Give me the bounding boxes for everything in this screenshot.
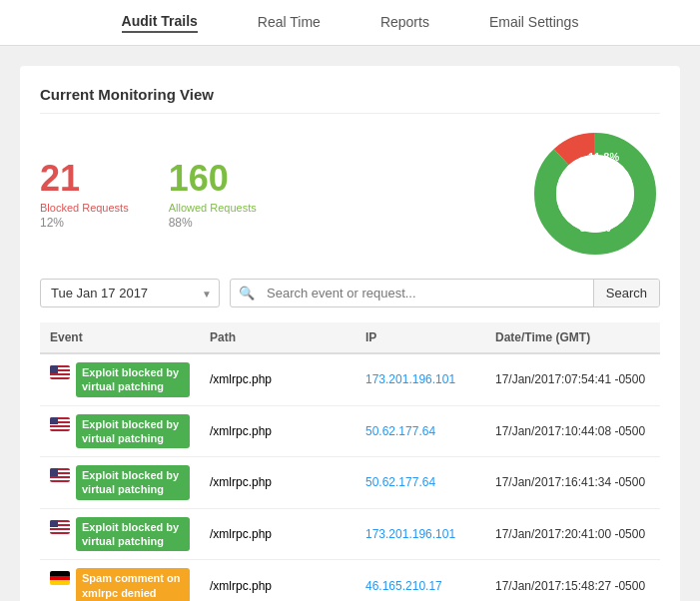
nav-reports[interactable]: Reports — [380, 14, 429, 32]
event-badge: Exploit blocked by virtual patching — [76, 517, 190, 552]
path-cell: /xmlrpc.php — [200, 405, 355, 457]
ip-link[interactable]: 50.62.177.64 — [365, 424, 435, 438]
event-cell: Exploit blocked by virtual patching — [40, 354, 200, 405]
donut-green-label: 88.2% — [579, 222, 610, 234]
search-icon: 🔍 — [231, 286, 263, 300]
blocked-stat: 21 Blocked Requests 12% — [40, 158, 129, 230]
header-datetime: Date/Time (GMT) — [485, 322, 660, 353]
ip-cell: 46.165.210.17 — [355, 560, 485, 601]
header-path: Path — [200, 322, 355, 353]
ip-link[interactable]: 173.201.196.101 — [365, 527, 455, 541]
table-body: Exploit blocked by virtual patching/xmlr… — [40, 353, 660, 601]
header-event: Event — [40, 322, 200, 353]
events-table: Event Path IP Date/Time (GMT) Exploit bl… — [40, 322, 660, 601]
event-badge: Exploit blocked by virtual patching — [76, 465, 190, 500]
event-cell: Exploit blocked by virtual patching — [40, 457, 200, 508]
ip-cell: 173.201.196.101 — [355, 353, 485, 405]
blocked-label: Blocked Requests — [40, 202, 129, 214]
top-navigation: Audit Trails Real Time Reports Email Set… — [0, 0, 700, 46]
datetime-cell: 17/Jan/2017:07:54:41 -0500 — [485, 353, 660, 405]
allowed-number: 160 — [169, 158, 257, 200]
allowed-label: Allowed Requests — [169, 202, 257, 214]
search-input[interactable] — [263, 280, 593, 306]
allowed-pct: 88% — [169, 216, 257, 230]
nav-real-time[interactable]: Real Time — [258, 14, 321, 32]
section-title: Current Monitoring View — [40, 86, 660, 114]
nav-audit-trails[interactable]: Audit Trails — [122, 13, 198, 33]
event-cell: Exploit blocked by virtual patching — [40, 406, 200, 457]
date-select-wrapper: Tue Jan 17 2017 — [40, 279, 220, 307]
datetime-cell: 17/Jan/2017:20:41:00 -0500 — [485, 508, 660, 560]
flag-icon — [50, 417, 70, 431]
stats-group: 21 Blocked Requests 12% 160 Allowed Requ… — [40, 158, 257, 230]
table-row: Exploit blocked by virtual patching/xmlr… — [40, 405, 660, 457]
flag-icon — [50, 571, 70, 585]
flag-icon — [50, 468, 70, 482]
ip-link[interactable]: 50.62.177.64 — [365, 475, 435, 489]
nav-email-settings[interactable]: Email Settings — [489, 14, 578, 32]
search-wrap: 🔍 Search — [230, 279, 660, 307]
table-row: Exploit blocked by virtual patching/xmlr… — [40, 508, 660, 560]
blocked-pct: 12% — [40, 216, 129, 230]
event-cell: Exploit blocked by virtual patching — [40, 509, 200, 560]
donut-red-label: 11.8% — [588, 151, 619, 163]
event-badge: Exploit blocked by virtual patching — [76, 414, 190, 449]
path-cell: /xmlrpc.php — [200, 457, 355, 509]
table-row: Spam comment on xmlrpc denied/xmlrpc.php… — [40, 560, 660, 601]
filter-row: Tue Jan 17 2017 🔍 Search — [40, 279, 660, 307]
main-content: Current Monitoring View 21 Blocked Reque… — [0, 46, 700, 601]
datetime-cell: 17/Jan/2017:15:48:27 -0500 — [485, 560, 660, 601]
datetime-cell: 17/Jan/2017:10:44:08 -0500 — [485, 405, 660, 457]
ip-link[interactable]: 173.201.196.101 — [365, 372, 455, 386]
ip-cell: 173.201.196.101 — [355, 508, 485, 560]
event-badge: Spam comment on xmlrpc denied — [76, 568, 190, 601]
date-select[interactable]: Tue Jan 17 2017 — [40, 279, 220, 307]
ip-link[interactable]: 46.165.210.17 — [365, 579, 442, 593]
table-row: Exploit blocked by virtual patching/xmlr… — [40, 353, 660, 405]
flag-icon — [50, 520, 70, 534]
event-cell: Spam comment on xmlrpc denied — [40, 560, 200, 601]
donut-chart: 11.8% 88.2% — [530, 129, 660, 259]
ip-cell: 50.62.177.64 — [355, 457, 485, 509]
table-header: Event Path IP Date/Time (GMT) — [40, 322, 660, 353]
path-cell: /xmlrpc.php — [200, 560, 355, 601]
datetime-cell: 17/Jan/2017:16:41:34 -0500 — [485, 457, 660, 509]
event-badge: Exploit blocked by virtual patching — [76, 362, 190, 397]
header-ip: IP — [355, 322, 485, 353]
table-row: Exploit blocked by virtual patching/xmlr… — [40, 457, 660, 509]
path-cell: /xmlrpc.php — [200, 353, 355, 405]
search-button[interactable]: Search — [593, 280, 659, 306]
ip-cell: 50.62.177.64 — [355, 405, 485, 457]
allowed-stat: 160 Allowed Requests 88% — [169, 158, 257, 230]
blocked-number: 21 — [40, 158, 129, 200]
path-cell: /xmlrpc.php — [200, 508, 355, 560]
flag-icon — [50, 365, 70, 379]
monitoring-card: Current Monitoring View 21 Blocked Reque… — [20, 66, 680, 601]
stats-row: 21 Blocked Requests 12% 160 Allowed Requ… — [40, 129, 660, 259]
